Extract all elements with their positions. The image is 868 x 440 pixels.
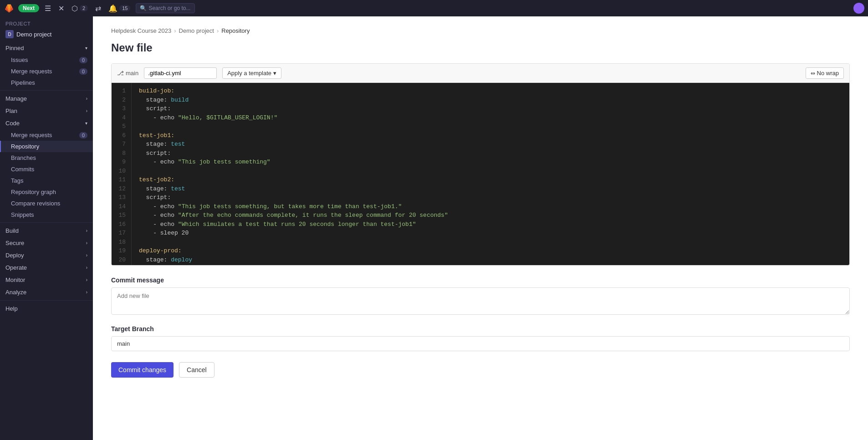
sidebar-item-merge-requests[interactable]: Merge requests 0 [0,66,93,77]
main-content: Helpdesk Course 2023 › Demo project › Re… [93,16,868,440]
notifications-button[interactable]: 🔔 15 [107,2,132,15]
merge-requests-button[interactable]: ⇄ [93,2,103,15]
branch-name: main [126,70,138,77]
breadcrumb: Helpdesk Course 2023 › Demo project › Re… [111,27,850,34]
sidebar-item-repository-graph[interactable]: Repository graph [0,186,93,198]
apply-template-button[interactable]: Apply a template ▾ [222,67,281,79]
sidebar-section-monitor[interactable]: Monitor › [0,274,93,286]
code-content[interactable]: build-job: stage: build script: - echo "… [132,83,849,265]
gitlab-logo-icon [4,3,15,14]
commit-changes-button[interactable]: Commit changes [111,362,174,378]
sidebar-divider-2 [0,222,93,223]
target-branch-label: Target Branch [111,325,850,333]
branch-icon: ⎇ [117,70,124,77]
breadcrumb-current: Repository [221,27,250,34]
project-name-link[interactable]: D Demo project [0,28,93,42]
chevron-down-icon: ▾ [85,46,87,51]
breadcrumb-sep-2: › [217,27,219,34]
sidebar-item-branches[interactable]: Branches [0,152,93,164]
sidebar-item-issues[interactable]: Issues 0 [0,54,93,66]
target-branch-input[interactable] [111,336,850,351]
sidebar-section-operate[interactable]: Operate › [0,261,93,274]
filename-input[interactable] [144,67,217,79]
topbar: Next ☰ ✕ ⬡ 2 ⇄ 🔔 15 🔍 Search or go to... [0,0,868,16]
chevron-right-icon: › [86,96,87,101]
commit-message-section: Commit message [111,276,850,316]
search-icon: 🔍 [140,5,147,11]
nowrap-label: No wrap [817,70,839,77]
chevron-right-icon-build: › [86,228,87,233]
sidebar-item-help[interactable]: Help [0,302,93,315]
sidebar-item-snippets[interactable]: Snippets [0,209,93,220]
target-branch-section: Target Branch [111,325,850,351]
chevron-right-icon-deploy: › [86,253,87,258]
page-title: New file [111,41,850,54]
search-box[interactable]: 🔍 Search or go to... [136,3,195,13]
search-placeholder: Search or go to... [148,5,190,11]
template-chevron-icon: ▾ [273,70,276,77]
chevron-down-icon-code: ▾ [85,121,87,126]
chevron-right-icon-secure: › [86,240,87,246]
sidebar-item-repository[interactable]: Repository [0,141,93,152]
sidebar-section-build[interactable]: Build › [0,225,93,237]
breadcrumb-project: Demo project [179,27,214,34]
next-button[interactable]: Next [18,4,39,12]
editor-toolbar: ⎇ main Apply a template ▾ ⇔ No wrap [112,64,849,83]
sidebar: Project D Demo project Pinned ▾ Issues 0… [0,16,93,440]
sidebar-item-pipelines[interactable]: Pipelines [0,77,93,88]
code-editor[interactable]: 1 2 3 4 5 6 7 8 9 10 11 12 13 14 15 16 1 [112,83,849,265]
commit-message-label: Commit message [111,276,850,284]
project-section-label: Project [0,16,93,28]
sidebar-section-manage[interactable]: Manage › [0,92,93,105]
action-buttons: Commit changes Cancel [111,362,850,378]
chevron-right-icon-plan: › [86,108,87,113]
chevron-right-icon-monitor: › [86,277,87,282]
chevron-right-icon-analyze: › [86,290,87,295]
sidebar-section-analyze[interactable]: Analyze › [0,286,93,298]
commit-message-input[interactable] [111,287,850,315]
sidebar-section-plan[interactable]: Plan › [0,105,93,117]
issues-count: 2 [80,5,88,11]
sidebar-divider-1 [0,90,93,91]
sidebar-item-commits[interactable]: Commits [0,164,93,175]
sidebar-section-code[interactable]: Code ▾ [0,117,93,129]
nowrap-button[interactable]: ⇔ No wrap [806,67,844,79]
breadcrumb-org: Helpdesk Course 2023 [111,27,171,34]
sidebar-divider-3 [0,300,93,301]
apply-template-label: Apply a template [227,70,271,77]
sidebar-section-deploy[interactable]: Deploy › [0,249,93,261]
new-item-button[interactable]: ✕ [56,2,66,15]
issues-button[interactable]: ⬡ 2 [70,2,90,15]
sidebar-section-secure[interactable]: Secure › [0,237,93,249]
line-numbers: 1 2 3 4 5 6 7 8 9 10 11 12 13 14 15 16 1 [112,83,132,265]
editor-container: ⎇ main Apply a template ▾ ⇔ No wrap 1 2 [111,63,850,266]
chevron-right-icon-operate: › [86,265,87,270]
sidebar-item-compare-revisions[interactable]: Compare revisions [0,198,93,209]
sidebar-item-code-merge-requests[interactable]: Merge requests 0 [0,129,93,141]
user-avatar[interactable] [853,3,864,14]
sidebar-item-tags[interactable]: Tags [0,175,93,186]
cancel-button[interactable]: Cancel [179,362,214,378]
project-icon: D [5,30,14,38]
nowrap-icon: ⇔ [811,70,815,77]
sidebar-toggle-button[interactable]: ☰ [43,2,53,15]
branch-badge: ⎇ main [117,70,138,77]
breadcrumb-sep-1: › [174,27,176,34]
notifications-count: 15 [119,5,130,11]
sidebar-section-pinned[interactable]: Pinned ▾ [0,42,93,54]
